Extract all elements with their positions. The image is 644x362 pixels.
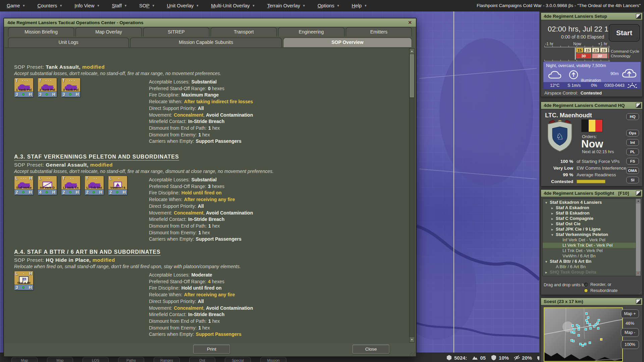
panel-expand-icon[interactable] [636,103,641,108]
menu-item[interactable]: Counters ▼ [37,3,62,8]
menu-item[interactable]: Multi-Unit Overlay ▼ [211,3,255,8]
close-button[interactable]: Close [353,345,389,354]
menu-item[interactable]: Help ▼ [352,3,367,8]
unit-counter[interactable]: L • H HQ [14,271,34,290]
status-bar-tab[interactable]: Dot [189,357,215,362]
unit-counter[interactable]: T • • • HQ [14,78,34,97]
tree-arrow-icon[interactable]: ▸ [545,275,550,276]
panel-expand-icon[interactable] [636,191,641,196]
status-readout[interactable]: 20% [514,355,532,361]
panel-expand-icon[interactable] [636,14,641,19]
tree-arrow-icon[interactable]: ▸ [545,270,550,275]
menu-item[interactable]: SOP ▼ [139,3,155,8]
map-zoom-out-button[interactable]: Map - [621,328,639,337]
menu-item[interactable]: Unit Overlay ▼ [167,3,199,8]
tree-scrollbar[interactable]: ▲ ▼ [636,199,641,276]
tree-arrow-icon[interactable]: ▸ [551,211,556,216]
reorder-radio[interactable] [584,283,588,287]
unit-counter[interactable]: L • HQ [108,176,127,195]
reorder-option[interactable]: Reorder, or [584,282,611,287]
unit-tree-item[interactable]: Inf Verk Det - Verk Pel [543,237,641,243]
status-readout[interactable]: 10% [491,355,509,361]
unit-tree-item[interactable]: ▸HQ 143 Field Bty RA [543,275,641,276]
status-bar-tab[interactable]: Special [225,357,251,362]
elapsed-time: 0:00 of 8:00 Elapsed [552,34,613,40]
menu-item[interactable]: Options ▼ [318,3,340,8]
hq-staff-button[interactable]: SI [626,177,639,183]
menu-item[interactable]: Terrain Overlay ▼ [267,3,305,8]
resubordinate-radio[interactable] [584,289,588,293]
status-bar-tab[interactable]: LOS [83,357,109,362]
close-icon[interactable]: ✕ [407,19,413,26]
dialog-titlebar[interactable]: 4de Regiment Lansiers Tactical Operation… [4,18,416,27]
tab-unit-logs[interactable]: Unit Logs [8,38,129,47]
hq-button[interactable]: HQ [626,113,639,120]
resize-grip-icon[interactable]: ⋰⋰ [409,352,415,356]
tree-arrow-icon[interactable]: ▾ [545,259,550,264]
dialog-tab[interactable]: Map Overlay [75,27,142,37]
unit-tree-item[interactable]: Lt Verk Tnk Det - Verk Pel [543,243,641,248]
tab-sop-overview[interactable]: SOP Overview [283,38,412,47]
status-bar-tab[interactable]: Mission [260,357,286,362]
tree-arrow-icon[interactable]: ▸ [551,227,556,232]
unit-counter[interactable]: T • • • HQ [38,78,57,97]
tree-scroll-up-icon[interactable]: ▲ [636,199,641,203]
scrollbar-thumb[interactable] [410,54,414,97]
unit-tree-item[interactable]: ▸Staf JPK Cie / 9 Ligne [543,227,641,232]
dialog-tab[interactable]: Emitters [346,27,412,37]
panel-expand-icon[interactable] [636,299,641,304]
dialog-scrollbar[interactable]: ▲ ▼ [409,48,415,343]
unit-counter[interactable]: L • • HQ [38,176,57,195]
hq-staff-button[interactable]: PL [626,148,639,155]
print-button[interactable]: Print [193,345,230,354]
unit-tree-item[interactable]: ▸Staf Ost Cie [543,221,641,227]
unit-tree-item[interactable]: A Bttr / 6 Art Bn [543,264,641,269]
tree-scroll-down-icon[interactable]: ▼ [636,271,641,276]
unit-counter[interactable]: L • • • H HQ [14,176,34,195]
unit-tree-item[interactable]: ▸SHQ Task Group Delta [543,269,641,275]
tab-mission-capable-subunits[interactable]: Mission Capable Subunits [130,38,282,47]
scroll-down-icon[interactable]: ▼ [410,337,414,342]
tree-arrow-icon[interactable]: ▸ [551,216,556,222]
unit-counter[interactable]: T • • • HQ [61,78,80,97]
unit-tree-item[interactable]: Lt Tnk Det - Verk Pel [543,248,641,253]
map-zoom-full-button[interactable]: 100% [621,340,639,349]
status-bar-tab[interactable]: Paths [118,357,144,362]
hq-staff-button[interactable]: Int [626,139,639,146]
resize-grip-icon[interactable]: ⋰ [639,291,642,295]
sop-detail-row: Dismount from End of Path:1 hex [149,318,253,325]
status-readout[interactable]: 05 [472,355,486,361]
tree-arrow-icon[interactable]: ▾ [545,200,550,205]
hq-staff-button[interactable]: FS [626,158,639,165]
status-bar-tab[interactable]: Ranges [154,357,180,362]
status-bar-tab[interactable]: Map [47,357,73,362]
hq-staff-button[interactable]: OMA [626,167,639,174]
tree-arrow-icon[interactable]: ▾ [551,232,556,238]
menu-item[interactable]: Staff ▼ [112,3,127,8]
tree-arrow-icon[interactable]: ▸ [551,205,556,211]
hq-staff-button[interactable]: Ops [626,130,639,136]
unit-tree-item[interactable]: ▾Staf A Bttr / 6 Art Bn [543,259,641,264]
unit-tree-item[interactable]: ▾Staf Eskadron 4 Lansiers [543,200,641,205]
status-bar-tab[interactable]: Map [11,357,38,362]
menu-item[interactable]: Game ▼ [7,3,25,8]
unit-tree-item[interactable]: VwWrn / 6 Art Bn [543,253,641,259]
minimap[interactable] [544,307,623,362]
unit-tree-item[interactable]: ▾Staf Verkennings Peleton [543,232,641,237]
status-readout[interactable]: 5024: [446,355,467,361]
unit-counter[interactable]: T • • HQ [85,176,104,195]
menu-item[interactable]: Info View ▼ [74,3,100,8]
start-button[interactable]: Start [609,24,640,42]
unit-counter[interactable]: T • • HQ [61,176,80,195]
dialog-tab[interactable]: Transport [211,27,277,37]
dialog-tab[interactable]: SITREP [143,27,209,37]
unit-tree-item[interactable]: ▸Staf B Eskadron [543,210,641,216]
unit-tree-item[interactable]: ▸Staf C Compagnie [543,216,641,221]
dialog-tab[interactable]: Engineering [278,27,344,37]
resubordinate-option[interactable]: Resubordinate [584,288,618,293]
dialog-tab[interactable]: Mission Briefing [8,27,74,37]
scroll-up-icon[interactable]: ▲ [410,49,414,54]
tree-arrow-icon[interactable]: ▸ [551,222,556,227]
map-zoom-in-button[interactable]: Map + [621,309,639,318]
unit-tree-item[interactable]: ▸Staf A Eskadron [543,205,641,210]
